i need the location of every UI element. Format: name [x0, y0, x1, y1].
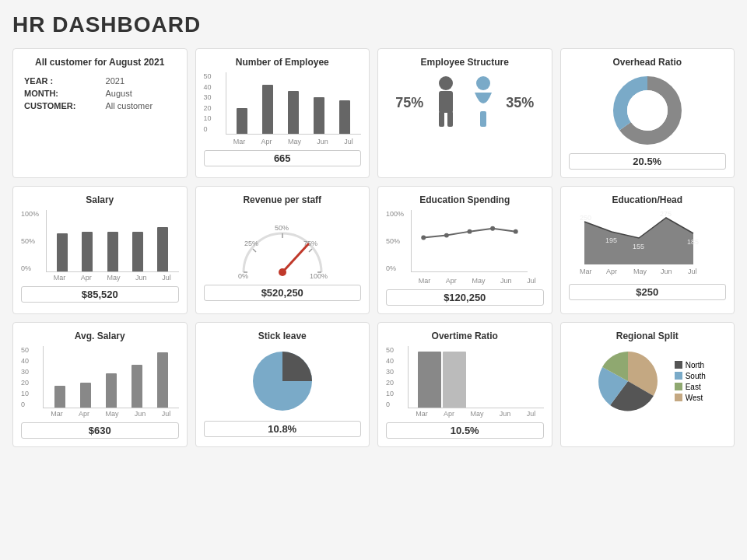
- bar-apr: [82, 232, 93, 271]
- male-icon: [431, 75, 461, 130]
- card-title: Overhead Ratio: [569, 57, 727, 68]
- line-chart: [411, 210, 528, 272]
- pie-chart: [204, 346, 362, 416]
- svg-text:50%: 50%: [275, 224, 289, 232]
- card-value: $85,520: [21, 286, 179, 303]
- svg-text:25%: 25%: [244, 240, 258, 247]
- svg-text:155: 155: [633, 243, 644, 250]
- card-num-employee: Number of Employee 50 40 30 20 10 0: [195, 48, 370, 178]
- regional-pie-wrap: North South East West: [569, 346, 727, 416]
- bar-may: [288, 91, 299, 134]
- female-pct: 35%: [506, 95, 534, 111]
- card-stick-leave: Stick leave 10.8%: [195, 322, 370, 447]
- card-title: Salary: [21, 194, 179, 205]
- legend-east: East: [675, 383, 706, 391]
- svg-point-0: [439, 76, 453, 90]
- svg-text:0%: 0%: [238, 272, 248, 280]
- male-pct: 75%: [395, 95, 423, 111]
- card-value: 10.8%: [204, 421, 362, 437]
- svg-text:May: May: [633, 268, 647, 275]
- svg-point-22: [444, 233, 449, 238]
- card-title: Stick leave: [204, 331, 362, 341]
- card-title: Education/Head: [569, 194, 727, 205]
- bar-group: [418, 352, 466, 408]
- bar-apr: [80, 383, 91, 408]
- customer-value: All customer: [104, 100, 177, 111]
- row-2: Salary 100% 50% 0% MarAprMayJunJul: [12, 186, 735, 314]
- bar-jul: [157, 352, 168, 408]
- legend-north: North: [675, 361, 706, 369]
- card-salary: Salary 100% 50% 0% MarAprMayJunJul: [12, 186, 188, 314]
- svg-text:100%: 100%: [310, 272, 328, 280]
- svg-rect-2: [439, 111, 444, 127]
- card-title: Regional Split: [569, 331, 727, 341]
- svg-rect-1: [439, 91, 453, 113]
- svg-text:Apr: Apr: [606, 268, 617, 275]
- card-education-head: Education/Head 250 195 155 275 185 M: [560, 186, 735, 314]
- svg-text:Jun: Jun: [661, 268, 672, 275]
- shape-chart: 250 195 155 275 185 Mar Apr May Jun Jul: [569, 210, 727, 279]
- west-label: West: [686, 394, 703, 402]
- legend-south: South: [675, 372, 706, 380]
- svg-marker-26: [584, 218, 693, 264]
- bar-mar: [57, 233, 68, 271]
- east-dot: [675, 383, 682, 390]
- svg-text:195: 195: [605, 236, 617, 244]
- card-title: Employee Structure: [386, 57, 544, 68]
- svg-point-24: [490, 226, 495, 231]
- card-value: $630: [21, 422, 179, 439]
- south-label: South: [686, 372, 706, 380]
- svg-point-23: [468, 229, 472, 234]
- card-title: All customer for August 2021: [21, 57, 179, 68]
- card-title: Revenue per staff: [204, 194, 362, 205]
- page-title: HR DASHBOARD: [12, 12, 735, 37]
- bar-labels: MarAprMayJunJul: [226, 138, 362, 145]
- year-value: 2021: [104, 75, 177, 86]
- card-value: $520,250: [204, 285, 362, 301]
- card-emp-structure: Employee Structure 75% 35% -: [377, 48, 552, 178]
- card-title: Avg. Salary: [21, 331, 179, 341]
- svg-point-8: [627, 90, 668, 131]
- card-value: 665: [204, 150, 362, 166]
- card-overhead-ratio: Overhead Ratio 20.5%: [560, 48, 735, 178]
- bar-labels: MarAprMayJunJul: [46, 274, 179, 282]
- svg-text:Mar: Mar: [580, 268, 592, 275]
- bar-labels: MarAprMayJunJul: [408, 410, 544, 418]
- pie-legend: North South East West: [675, 359, 706, 404]
- svg-point-21: [421, 236, 426, 240]
- donut-chart: [569, 72, 727, 149]
- bar-apr: [262, 85, 273, 134]
- card-value: $120,250: [386, 289, 544, 306]
- card-regional-split: Regional Split: [560, 322, 735, 447]
- card-value: 10.5%: [386, 422, 544, 439]
- west-dot: [675, 394, 682, 401]
- dashboard-grid: All customer for August 2021 YEAR :2021 …: [12, 48, 735, 447]
- bar-jul: [157, 227, 168, 271]
- card-value: 20.5%: [569, 153, 727, 170]
- bar-jul: [339, 100, 350, 134]
- bar-1: [418, 352, 441, 408]
- svg-point-4: [476, 76, 490, 90]
- east-label: East: [686, 383, 701, 391]
- svg-line-10: [253, 249, 256, 252]
- bar-mar: [54, 386, 65, 408]
- legend-west: West: [675, 394, 706, 402]
- svg-text:185: 185: [687, 238, 699, 246]
- svg-rect-3: [447, 111, 453, 127]
- bar-labels: MarAprMayJunJul: [43, 410, 179, 418]
- svg-text:Jul: Jul: [688, 268, 697, 275]
- card-title: Number of Employee: [204, 57, 362, 68]
- north-label: North: [686, 361, 704, 369]
- female-icon: [468, 75, 498, 130]
- bar-may: [107, 232, 118, 271]
- svg-point-25: [514, 229, 518, 234]
- svg-line-19: [282, 244, 308, 272]
- south-dot: [675, 372, 682, 380]
- gauge-chart: 0% 25% 50% 75% 100%: [204, 210, 362, 280]
- card-education-spending: Education Spending 100% 50% 0%: [377, 186, 552, 314]
- bar-jun: [132, 232, 143, 271]
- card-avg-salary: Avg. Salary 50 40 30 20 10 0: [12, 322, 188, 447]
- bar-may: [106, 373, 117, 408]
- card-all-customer: All customer for August 2021 YEAR :2021 …: [12, 48, 188, 178]
- svg-point-20: [279, 268, 286, 276]
